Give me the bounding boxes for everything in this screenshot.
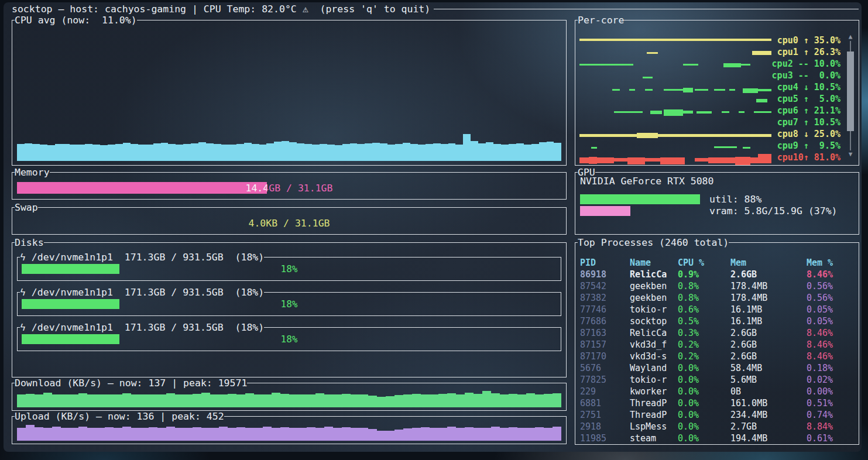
sparkline-segment <box>723 63 741 67</box>
process-name: geekben <box>630 292 678 304</box>
process-table-header: PIDNameCPU %MemMem % <box>580 257 855 269</box>
gpu-vram-fill <box>580 206 630 216</box>
history-bar <box>254 428 263 441</box>
history-bar <box>410 144 418 161</box>
history-bar <box>368 396 377 407</box>
disk-title: ϟ /dev/nvme1n1p1 171.3GB / 931.5GB (18%) <box>20 252 264 262</box>
sparkline-segment <box>589 157 596 164</box>
process-mem-pct: 8.84% <box>807 421 855 432</box>
process-row[interactable]: 87382geekben0.8%178.4MB0.56% <box>580 292 855 304</box>
process-row[interactable]: 77746tokio-r0.6%16.1MB0.05% <box>580 304 855 315</box>
memory-gauge: 14.4GB / 31.1GB 14.4GB / 31.1GB <box>17 182 561 194</box>
history-bar <box>517 428 526 441</box>
core-label: cpu8 ↓ 25.0% <box>777 128 840 140</box>
history-bar <box>312 145 320 161</box>
history-bar <box>266 143 274 161</box>
process-mem-pct: 0.02% <box>807 374 855 386</box>
core-sparkline <box>579 46 771 58</box>
scroll-down-icon[interactable]: ▼ <box>849 150 853 159</box>
process-row[interactable]: 5676Wayland0.0%58.4MB0.18% <box>580 362 855 374</box>
history-bar <box>245 393 254 407</box>
core-row: cpu7 ↑ 10.5% <box>579 116 855 128</box>
sparkline-segment <box>627 157 645 164</box>
history-bar <box>35 394 43 408</box>
scrollbar-thumb[interactable] <box>847 52 854 131</box>
sparkline-segment <box>743 147 750 149</box>
process-row[interactable]: 2918LspMess0.0%2.7GB8.84% <box>580 421 855 432</box>
history-bar <box>191 143 198 161</box>
process-pid: 86918 <box>580 269 630 280</box>
process-mem-pct: 8.46% <box>807 351 855 362</box>
history-bar <box>438 428 447 441</box>
core-sparkline <box>579 116 771 128</box>
process-row[interactable]: 86918RelicCa0.9%2.6GB8.46% <box>580 269 855 280</box>
column-header[interactable]: PID <box>580 257 630 269</box>
process-mem-pct: 0.00% <box>807 386 855 397</box>
process-row[interactable]: 87170vkd3d-s0.2%2.6GB8.46% <box>580 351 855 362</box>
process-row[interactable]: 2751ThreadP0.0%234.4MB0.74% <box>580 409 855 421</box>
core-label: cpu3 -- 0.0% <box>772 70 840 81</box>
history-bar <box>78 393 87 407</box>
history-bar <box>438 394 447 407</box>
process-mem: 2.6GB <box>730 339 807 351</box>
history-bar <box>380 143 387 161</box>
scroll-up-icon[interactable]: ▲ <box>849 33 853 41</box>
history-bar <box>421 427 430 441</box>
download-history-chart <box>17 390 561 407</box>
gpu-util-fill <box>580 194 700 204</box>
sparkline-segment <box>612 89 620 91</box>
history-bar <box>78 427 87 441</box>
process-cpu: 0.9% <box>678 269 730 280</box>
process-pid: 5676 <box>580 362 630 374</box>
history-bar <box>17 144 25 161</box>
history-bar <box>122 427 131 441</box>
process-row[interactable]: 77825tokio-r0.0%5.6MB0.02% <box>580 374 855 386</box>
core-sparkline <box>579 128 771 140</box>
column-header[interactable]: Mem <box>730 257 807 269</box>
process-cpu: 0.2% <box>678 339 730 351</box>
sparkline-segment <box>591 147 597 149</box>
history-bar <box>544 394 553 407</box>
process-row[interactable]: 77686socktop0.5%16.1MB0.05% <box>580 315 855 327</box>
history-bar <box>372 143 380 161</box>
scrollbar-track[interactable] <box>846 41 855 150</box>
per-core-scrollbar[interactable]: ▲ ▼ <box>846 33 855 159</box>
process-pid: 2751 <box>580 409 630 421</box>
memory-title: Memory <box>15 167 50 177</box>
history-bar <box>149 427 157 441</box>
history-bar <box>63 144 70 161</box>
history-bar <box>456 428 465 441</box>
history-bar <box>430 394 438 407</box>
gpu-util-label: util: 88% <box>709 194 761 204</box>
history-bar <box>184 428 193 441</box>
process-row[interactable]: 87157vkd3d_f0.2%2.6GB8.46% <box>580 339 855 351</box>
process-row[interactable]: 11985steam0.0%194.4MB0.61% <box>580 432 855 444</box>
process-mem: 16.1MB <box>730 315 807 327</box>
sparkline-segment <box>739 111 745 113</box>
history-bar <box>403 143 410 161</box>
process-row[interactable]: 6881ThreadP0.0%161.0MB0.51% <box>580 397 855 409</box>
core-row: cpu4 ↓ 10.5% <box>579 81 855 93</box>
column-header[interactable]: Mem % <box>807 257 855 269</box>
core-label: cpu0 ↑ 35.0% <box>777 35 840 46</box>
process-mem: 2.6GB <box>730 269 807 280</box>
history-bar <box>254 394 263 408</box>
process-row[interactable]: 87163RelicCa0.3%2.6GB8.46% <box>580 327 855 339</box>
process-name: Wayland <box>630 362 678 374</box>
history-bar <box>554 143 561 161</box>
history-bar <box>342 144 350 161</box>
history-bar <box>465 427 474 441</box>
process-row[interactable]: 87542geekben0.8%178.4MB0.56% <box>580 280 855 292</box>
process-cpu: 0.8% <box>678 280 730 292</box>
sparkline-segment <box>579 39 771 41</box>
disk-item: ϟ /dev/nvme1n1p1 171.3GB / 931.5GB (18%)… <box>17 328 561 351</box>
history-bar <box>244 143 252 161</box>
process-row[interactable]: 229kworker0.0%0B0.00% <box>580 386 855 397</box>
sparkline-segment <box>579 157 614 163</box>
history-bar <box>359 428 368 441</box>
process-pid: 87382 <box>580 292 630 304</box>
column-header[interactable]: Name <box>630 257 678 269</box>
column-header[interactable]: CPU % <box>678 257 730 269</box>
history-bar <box>122 393 131 407</box>
core-row: cpu10↑ 81.0% <box>579 152 855 163</box>
